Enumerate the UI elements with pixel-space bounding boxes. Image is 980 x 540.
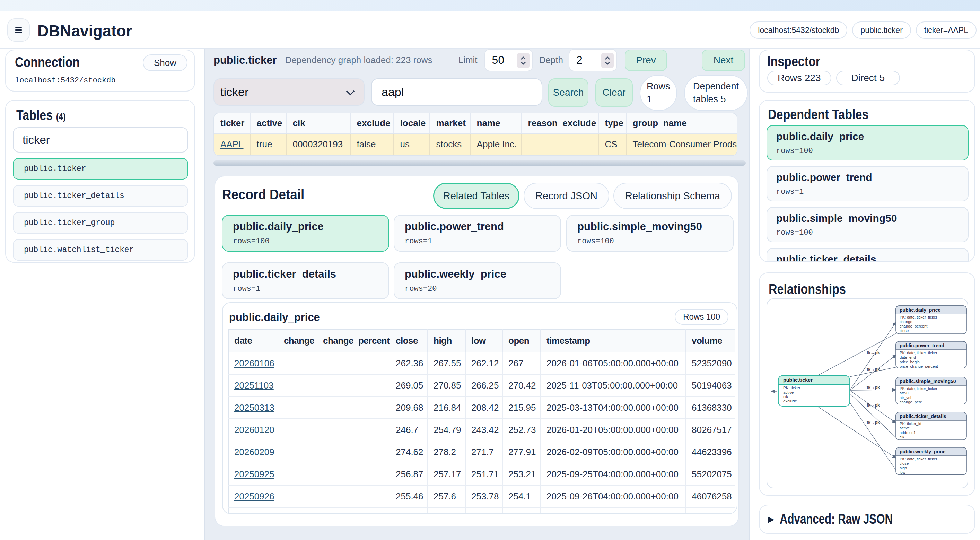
- svg-text:change_perc: change_perc: [900, 400, 922, 404]
- svg-text:cik: cik: [783, 394, 788, 398]
- svg-text:address1: address1: [900, 430, 916, 435]
- svg-text:active: active: [900, 426, 910, 430]
- svg-text:high: high: [900, 466, 907, 470]
- svg-text:fk→pk: fk→pk: [867, 385, 880, 390]
- svg-text:PK: date, ticker_ticker: PK: date, ticker_ticker: [900, 387, 937, 390]
- svg-text:cik: cik: [900, 435, 904, 439]
- svg-text:atr50: atr50: [900, 391, 908, 395]
- svg-text:public.simple_moving50: public.simple_moving50: [900, 379, 956, 384]
- svg-text:PK: date, ticker_ticker: PK: date, ticker_ticker: [900, 351, 937, 355]
- svg-text:price_change_percent: price_change_percent: [900, 364, 939, 368]
- svg-text:fk→pk: fk→pk: [867, 403, 880, 408]
- svg-text:fk→pk: fk→pk: [867, 350, 880, 355]
- svg-text:public.power_trend: public.power_trend: [900, 343, 944, 348]
- svg-text:close: close: [900, 328, 908, 333]
- svg-text:public.daily_price: public.daily_price: [900, 307, 940, 313]
- svg-text:PK: date, ticker_ticker: PK: date, ticker_ticker: [900, 315, 937, 319]
- svg-text:public.weekly_price: public.weekly_price: [900, 449, 945, 454]
- svg-text:change_percent: change_percent: [900, 324, 928, 328]
- svg-text:PK: ticker_id: PK: ticker_id: [900, 422, 921, 425]
- svg-text:PK: date, ticker_ticker: PK: date, ticker_ticker: [900, 457, 937, 461]
- svg-text:public.ticker: public.ticker: [783, 377, 813, 383]
- svg-text:PK: ticker: PK: ticker: [783, 385, 800, 390]
- svg-text:public.ticker_details: public.ticker_details: [900, 414, 947, 419]
- svg-text:fk→pk: fk→pk: [867, 420, 880, 425]
- svg-text:date_end: date_end: [900, 355, 916, 359]
- svg-text:atr_vol: atr_vol: [900, 395, 912, 400]
- svg-text:price_begin: price_begin: [900, 360, 920, 364]
- svg-text:change: change: [900, 320, 912, 324]
- svg-text:exclude: exclude: [783, 398, 797, 403]
- svg-text:close: close: [900, 461, 908, 465]
- svg-text:active: active: [783, 390, 794, 394]
- svg-text:low: low: [900, 470, 906, 475]
- svg-text:fk→pk: fk→pk: [867, 367, 880, 372]
